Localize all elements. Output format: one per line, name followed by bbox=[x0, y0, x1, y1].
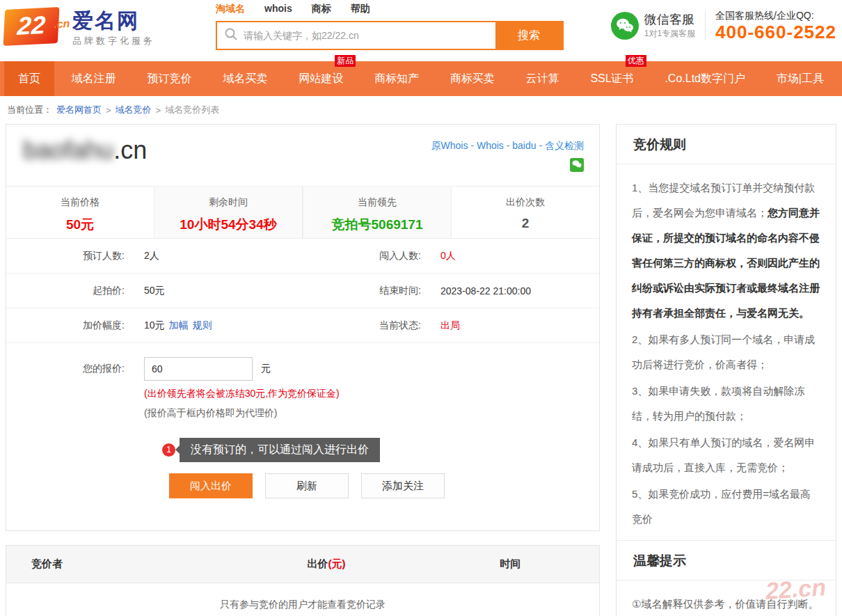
stat-current-price: 当前价格 50元 bbox=[6, 187, 154, 238]
tooltip-row: 1 没有预订的，可以通过闯入进行出价 bbox=[162, 438, 599, 462]
domain-tld: .cn bbox=[113, 136, 147, 164]
rule-item: 2、如果有多人预订同一个域名，申请成功后将进行竞价，价高者得； bbox=[632, 327, 820, 377]
bid-amount-input[interactable] bbox=[144, 357, 253, 381]
breadcrumb-link-auction[interactable]: 域名竞价 bbox=[116, 104, 152, 116]
stats-row: 当前价格 50元 剩余时间 10小时54分34秒 当前领先 竞拍号5069171… bbox=[6, 186, 599, 239]
increment-link[interactable]: 加幅 bbox=[169, 319, 189, 332]
tips-title: 温馨提示 bbox=[617, 540, 836, 581]
rules-panel: 竞价规则 1、当您提交域名预订订单并交纳预付款后，爱名网会为您申请域名；您方同意… bbox=[616, 124, 836, 616]
main-column: baofahu.cn 原Whois - Whois - baidu - 含义检测 bbox=[6, 124, 600, 616]
refresh-button[interactable]: 刷新 bbox=[265, 473, 349, 498]
page: 22 .cn 爱名网 品牌数字化服务 淘域名 whois 商标 帮助 bbox=[0, 0, 842, 616]
stat-bid-count: 出价次数 2 bbox=[452, 187, 599, 238]
nav-item-domain-register[interactable]: 域名注册 bbox=[58, 61, 130, 96]
start-price-label: 起拍价: bbox=[6, 285, 125, 297]
reserve-count-value: 2人 bbox=[144, 250, 159, 262]
bid-proxy-note: (报价高于框内价格即为代理价) bbox=[144, 407, 599, 420]
sidebar: 竞价规则 1、当您提交域名预订订单并交纳预付款后，爱名网会为您申请域名；您方同意… bbox=[616, 124, 836, 616]
domain-section: baofahu.cn 原Whois - Whois - baidu - 含义检测 bbox=[6, 125, 599, 186]
domain-tools: 原Whois - Whois - baidu - 含义检测 bbox=[431, 140, 584, 172]
wechat-service-subtitle: 1对1专属客服 bbox=[644, 28, 695, 40]
search-bar: 搜索 bbox=[216, 21, 564, 50]
nav-item-market-tools[interactable]: 市场|工具 bbox=[763, 61, 838, 96]
nav-item-ssl[interactable]: SSL证书优惠 bbox=[576, 61, 647, 96]
site-logo[interactable]: 22 .cn 爱名网 品牌数字化服务 bbox=[4, 8, 155, 47]
top-link-tao-domain[interactable]: 淘域名 bbox=[216, 3, 245, 15]
nav-item-domain-trade[interactable]: 域名买卖 bbox=[209, 61, 281, 96]
top-header: 22 .cn 爱名网 品牌数字化服务 淘域名 whois 商标 帮助 bbox=[0, 0, 842, 61]
breadcrumb-current: 域名竞价列表 bbox=[165, 104, 219, 116]
column-header-time: 时间 bbox=[421, 558, 599, 571]
rule-item: 1、当您提交域名预订订单并交纳预付款后，爱名网会为您申请域名；您方同意并保证，所… bbox=[632, 175, 820, 326]
rules-title: 竞价规则 bbox=[617, 125, 836, 164]
search-input[interactable] bbox=[217, 22, 495, 49]
top-link-trademark[interactable]: 商标 bbox=[312, 3, 331, 15]
top-links: 淘域名 whois 商标 帮助 bbox=[216, 0, 571, 15]
content: baofahu.cn 原Whois - Whois - baidu - 含义检测 bbox=[0, 124, 842, 616]
stat-current-leader: 当前领先 竞拍号5069171 bbox=[303, 187, 452, 238]
hotline-number: 400-660-2522 bbox=[715, 22, 836, 42]
status-label: 当前状态: bbox=[303, 319, 421, 332]
breakin-bid-button[interactable]: 闯入出价 bbox=[169, 473, 253, 498]
main-nav: 首页 域名注册 预订竞价 域名买卖 网站建设新品 商标知产 商标买卖 云计算 S… bbox=[0, 61, 842, 96]
action-buttons: 闯入出价 刷新 添加关注 bbox=[169, 473, 599, 498]
baidu-link[interactable]: baidu bbox=[512, 140, 536, 151]
tooltip-step-badge: 1 bbox=[162, 443, 175, 457]
increment-value: 10元 bbox=[144, 319, 165, 332]
breadcrumb-prefix: 当前位置： bbox=[7, 104, 52, 116]
end-time-value: 2023-08-22 21:00:00 bbox=[440, 285, 531, 297]
breadcrumb-separator: > bbox=[156, 105, 161, 116]
nav-item-website-builder[interactable]: 网站建设新品 bbox=[285, 61, 357, 96]
search-button[interactable]: 搜索 bbox=[495, 22, 562, 49]
breakin-tooltip: 没有预订的，可以通过闯入进行出价 bbox=[180, 438, 380, 462]
whois-link[interactable]: Whois bbox=[477, 140, 504, 151]
detail-row-2: 起拍价: 50元 结束时间: 2023-08-22 21:00:00 bbox=[6, 274, 599, 308]
wechat-share-icon[interactable] bbox=[570, 158, 584, 172]
top-link-help[interactable]: 帮助 bbox=[351, 3, 370, 15]
breadcrumb: 当前位置： 爱名网首页 > 域名竞价 > 域名竞价列表 bbox=[0, 96, 842, 124]
bid-deposit-note: (出价领先者将会被冻结30元,作为竞价保证金) bbox=[144, 388, 599, 400]
top-link-whois[interactable]: whois bbox=[264, 3, 292, 15]
rules-link[interactable]: 规则 bbox=[193, 319, 212, 332]
breadcrumb-link-home[interactable]: 爱名网首页 bbox=[56, 104, 102, 116]
your-bid-label: 您的报价: bbox=[6, 363, 125, 375]
header-middle: 淘域名 whois 商标 帮助 搜索 bbox=[216, 0, 571, 50]
nav-item-trademark-trade[interactable]: 商标买卖 bbox=[436, 61, 509, 96]
wechat-service[interactable]: 微信客服 1对1专属客服 bbox=[611, 12, 695, 40]
bid-records-panel: 竞价者 出价(元) 时间 只有参与竞价的用户才能查看竞价记录 bbox=[6, 545, 600, 616]
rules-body: 1、当您提交域名预订订单并交纳预付款后，爱名网会为您申请域名；您方同意并保证，所… bbox=[617, 164, 836, 540]
nav-item-trademark-ip[interactable]: 商标知产 bbox=[360, 61, 433, 96]
discount-badge: 优惠 bbox=[626, 55, 646, 67]
nav-item-cloud[interactable]: 云计算 bbox=[512, 61, 573, 96]
records-header: 竞价者 出价(元) 时间 bbox=[6, 546, 599, 583]
rule-item: 3、如果申请失败，款项将自动解除冻结，转为用户的预付款； bbox=[632, 379, 820, 429]
breakin-count-label: 闯入人数: bbox=[303, 250, 421, 262]
wechat-icon bbox=[611, 12, 639, 40]
logo-brand-name: 爱名网 bbox=[72, 10, 155, 32]
hotline-label: 全国客服热线/企业QQ: bbox=[715, 10, 836, 22]
auction-panel: baofahu.cn 原Whois - Whois - baidu - 含义检测 bbox=[6, 124, 600, 531]
start-price-value: 50元 bbox=[144, 285, 165, 297]
records-empty-message: 只有参与竞价的用户才能查看竞价记录 bbox=[6, 583, 599, 611]
logo-cn-suffix: .cn bbox=[53, 6, 71, 42]
nav-item-coltd-portal[interactable]: .Co.Ltd数字门户 bbox=[651, 61, 759, 96]
new-badge: 新品 bbox=[335, 55, 356, 67]
meaning-check-link[interactable]: 含义检测 bbox=[545, 140, 584, 151]
reserve-count-label: 预订人数: bbox=[6, 250, 125, 262]
detail-row-1: 预订人数: 2人 闯入人数: 0人 bbox=[6, 239, 599, 274]
original-whois-link[interactable]: 原Whois bbox=[431, 140, 468, 151]
breadcrumb-separator: > bbox=[106, 105, 111, 116]
increment-label: 加价幅度: bbox=[6, 319, 125, 332]
nav-item-preorder-auction[interactable]: 预订竞价 bbox=[134, 61, 206, 96]
stat-time-remaining: 剩余时间 10小时54分34秒 bbox=[154, 187, 303, 238]
column-header-bid: 出价(元) bbox=[232, 558, 422, 571]
tip-item: ①域名解释仅供参考，价值请自行判断。 bbox=[632, 592, 820, 616]
search-icon bbox=[224, 27, 238, 41]
nav-item-home[interactable]: 首页 bbox=[4, 61, 54, 96]
end-time-label: 结束时间: bbox=[303, 285, 421, 297]
column-header-bidder: 竞价者 bbox=[6, 558, 232, 571]
add-watch-button[interactable]: 添加关注 bbox=[361, 473, 445, 498]
logo-tagline: 品牌数字化服务 bbox=[72, 35, 155, 47]
bid-unit: 元 bbox=[261, 363, 271, 375]
logo-mark-icon: 22 .cn bbox=[3, 7, 59, 46]
